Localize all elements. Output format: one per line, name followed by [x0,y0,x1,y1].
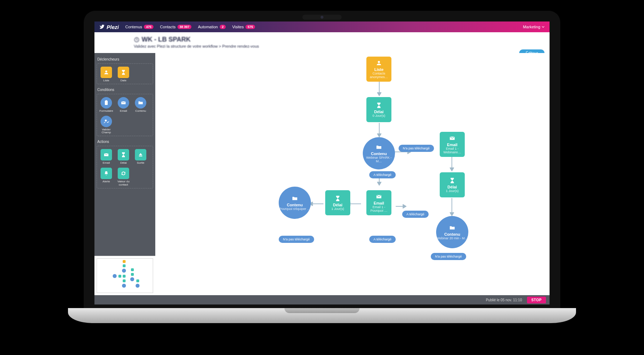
condition-email[interactable]: Email [116,97,131,113]
node-title: Délai [448,185,457,189]
condition-valider-champ[interactable]: Valider Champ [99,116,113,135]
node-email-center[interactable]: Email Email 1 - Pourquoi … [366,190,391,215]
condition-contenu[interactable]: Contenu [133,97,148,113]
mail-check-icon [121,100,126,106]
arrow [450,198,454,217]
tile-label: Valider Champ [99,128,113,135]
published-label: Publié le 05 nov. 11:10 [486,298,522,302]
nav-user-menu[interactable]: Marketing [523,25,545,29]
node-contenu-right[interactable]: Contenu Webinar 20 min - M… [436,216,468,248]
footer-bar: Publié le 05 nov. 11:10 STOP [94,295,550,304]
svg-point-4 [105,119,107,121]
node-delai-right[interactable]: Délai 1 Jour(s) [440,172,465,197]
mail-icon [449,135,455,141]
node-title: Liste [374,67,384,72]
brand-logo[interactable]: Plezi [99,24,119,30]
nav-badge: 2 [220,25,226,29]
nav-label: Automation [198,25,218,29]
user-check-icon [103,119,109,124]
node-sub: Contacts anonymes… [366,72,391,79]
node-title: Délai [333,203,342,207]
node-sub: Webinar 20 min - M… [436,236,468,240]
bird-icon [99,24,105,30]
tile-label: Liste [103,79,109,82]
nav-contacts[interactable]: Contacts 38 397 [160,25,191,29]
nav-label: Contenus [125,25,142,29]
folder-icon [376,144,382,150]
section-conditions: Conditions Formulaire Email [97,88,153,136]
trigger-liste[interactable]: Liste [99,67,113,82]
chevron-down-icon [542,25,545,28]
arrow [377,82,381,97]
svg-marker-15 [450,168,454,171]
condition-formulaire[interactable]: Formulaire [99,97,113,113]
tile-label: Sortie [137,162,145,165]
nav-label: Contacts [160,25,175,29]
nav-visites[interactable]: Visites 575 [232,25,255,29]
section-title: Déclencheurs [97,57,152,61]
arrow [396,203,406,210]
edge-label: N'a pas téléchargé [431,253,466,260]
node-email-right[interactable]: Email Email 1 - Webinaire… [440,132,465,157]
camera [302,15,342,20]
minimap[interactable] [94,256,155,295]
section-actions: Actions Email Délai [97,140,153,188]
node-title: Délai [374,110,384,114]
nav-label: Visites [232,25,244,29]
arrow [450,157,454,173]
triggers-box: Liste Date [97,63,153,84]
workflow-canvas[interactable]: Liste Contacts anonymes… Délai 0 Jour(s)… [155,53,550,295]
nav-badge: 575 [245,25,255,29]
tile-label: Contenu [135,110,146,113]
node-delai-left[interactable]: Délai 1 Jour(s) [325,190,350,215]
hourglass-icon [376,102,382,109]
tile-label: Délai [120,162,127,165]
svg-rect-3 [106,100,107,101]
folder-icon [292,195,298,202]
svg-marker-7 [377,92,381,96]
nav-badge: 475 [144,25,153,29]
action-delai[interactable]: Délai [116,149,131,165]
action-email[interactable]: Email [99,149,113,165]
node-title: Contenu [287,203,303,207]
section-declencheurs: Déclencheurs Liste Date [97,57,153,84]
refresh-icon [121,171,126,176]
arrow [377,123,381,139]
nav-contenus[interactable]: Contenus 475 [125,25,153,29]
node-sub: Pourquoi s'équiper … [279,207,310,211]
edge-label: A téléchargé [369,171,396,178]
stop-button[interactable]: STOP [527,297,546,303]
svg-marker-9 [377,134,381,137]
action-sortie[interactable]: Sortie [133,149,148,165]
node-liste[interactable]: Liste Contacts anonymes… [366,57,391,82]
node-delai-1[interactable]: Délai 0 Jour(s) [366,97,391,122]
svg-marker-23 [403,204,406,208]
svg-marker-17 [450,212,454,216]
trigger-date[interactable]: Date [116,67,131,82]
svg-rect-5 [139,156,142,157]
tile-label: Formulaire [99,110,113,113]
edge-label: A téléchargé [402,211,429,218]
action-alerte[interactable]: Alerte [99,168,113,187]
svg-point-1 [105,71,107,72]
nav-automation[interactable]: Automation 2 [198,25,226,29]
action-valeur-contact[interactable]: Valeur du contact [116,168,131,187]
folder-icon [449,225,455,231]
page-header: WK - LB SPARK Validez avec Plezi la stru… [94,32,550,53]
node-contenu-left[interactable]: Contenu Pourquoi s'équiper … [279,187,311,219]
node-contenu-1[interactable]: Contenu Webinar SPARK - M… [363,137,395,169]
hourglass-icon [121,69,126,75]
minimap-viewport [97,258,153,293]
tile-label: Email [120,110,127,113]
bell-icon [103,171,109,176]
laptop-mockup: Plezi Contenus 475 Contacts 38 397 Autom… [68,11,576,340]
node-sub: 1 Jour(s) [331,207,344,211]
brand-text: Plezi [107,24,119,30]
mail-icon [103,152,109,158]
nav-badge: 38 397 [177,25,192,29]
workspace: Déclencheurs Liste Date [94,53,550,295]
page-subtitle: Validez avec Plezi la structure de votre… [134,44,543,48]
tile-label: Alerte [103,180,110,183]
clock-icon [134,37,140,43]
node-sub: Webinar SPARK - M… [363,156,395,163]
